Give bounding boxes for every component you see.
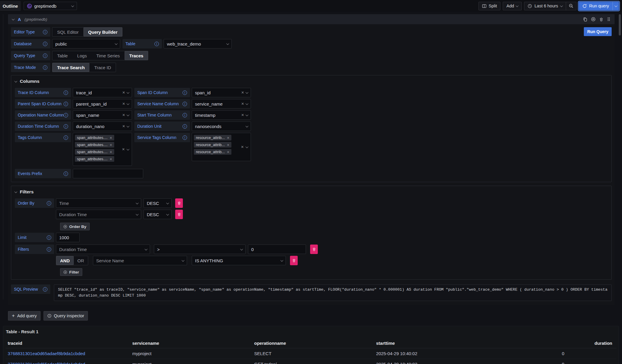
- col-header-starttime[interactable]: starttime: [374, 341, 496, 346]
- filters-section-header[interactable]: Filters: [15, 189, 608, 195]
- columns-section-header[interactable]: Columns: [15, 78, 608, 84]
- info-icon[interactable]: [43, 54, 47, 58]
- remove-filter-button[interactable]: [290, 256, 298, 265]
- remove-chip-icon[interactable]: [227, 150, 230, 154]
- order-by-direction-select[interactable]: DESC: [144, 210, 172, 219]
- trace-id-link[interactable]: 3768831301ea0d65adaef8b9da1cbded: [6, 351, 130, 356]
- limit-input[interactable]: [56, 233, 80, 242]
- info-icon[interactable]: [183, 135, 187, 140]
- add-order-by-button[interactable]: Order By: [60, 223, 90, 230]
- info-icon[interactable]: [64, 135, 68, 140]
- drag-handle-grip-icon[interactable]: [607, 17, 610, 22]
- datasource-picker[interactable]: greptimedb: [24, 2, 77, 10]
- collapse-chevron-icon[interactable]: [12, 17, 15, 20]
- option-trace-id[interactable]: Trace ID: [89, 63, 116, 72]
- remove-chip-icon[interactable]: [227, 143, 230, 147]
- filter-operator-select[interactable]: IS ANYTHING: [192, 256, 286, 265]
- option-time-series[interactable]: Time Series: [91, 51, 124, 60]
- tags-column-multiselect[interactable]: span_attributes.... span_attributes.... …: [73, 133, 132, 166]
- option-query-builder[interactable]: Query Builder: [83, 27, 122, 36]
- info-icon[interactable]: [183, 102, 187, 106]
- clear-icon[interactable]: [241, 102, 244, 106]
- info-icon[interactable]: [64, 172, 68, 176]
- operation-name-column-select[interactable]: span_name: [73, 110, 132, 120]
- info-icon[interactable]: [154, 42, 159, 46]
- info-icon[interactable]: [47, 235, 51, 240]
- run-query-button[interactable]: Run query: [579, 2, 613, 10]
- add-filter-button[interactable]: Filter: [60, 268, 82, 276]
- info-icon[interactable]: [43, 65, 47, 70]
- start-time-column-select[interactable]: timestamp: [192, 110, 251, 120]
- remove-chip-icon[interactable]: [109, 143, 112, 147]
- order-by-field-select[interactable]: Time: [56, 198, 141, 208]
- filter-field-select[interactable]: Service Name: [93, 256, 187, 265]
- split-button[interactable]: Split: [478, 2, 500, 10]
- add-query-button[interactable]: Add query: [8, 311, 41, 321]
- scrollbar-thumb[interactable]: [619, 14, 621, 35]
- info-icon[interactable]: [64, 102, 68, 106]
- query-row-header[interactable]: A (greptimedb): [8, 14, 615, 24]
- order-by-direction-select[interactable]: DESC: [144, 198, 172, 208]
- service-tags-column-multiselect[interactable]: resource_attrib... resource_attrib... re…: [192, 133, 251, 161]
- clear-icon[interactable]: [122, 124, 125, 128]
- option-logs[interactable]: Logs: [72, 51, 92, 60]
- order-by-field-select[interactable]: Duration Time: [56, 210, 141, 219]
- duration-unit-select[interactable]: nanoseconds: [192, 122, 251, 131]
- run-query-inline-button[interactable]: Run Query: [584, 27, 612, 36]
- info-icon[interactable]: [47, 247, 51, 252]
- remove-chip-icon[interactable]: [109, 157, 112, 161]
- duplicate-query-icon[interactable]: [583, 17, 587, 22]
- info-icon[interactable]: [43, 30, 47, 34]
- clear-icon[interactable]: [241, 113, 244, 117]
- database-select[interactable]: public: [52, 39, 120, 48]
- duration-time-column-select[interactable]: duration_nano: [73, 122, 132, 131]
- trace-id-column-select[interactable]: trace_id: [73, 88, 132, 97]
- info-icon[interactable]: [43, 287, 47, 292]
- option-table[interactable]: Table: [52, 51, 72, 60]
- clear-icon[interactable]: [122, 113, 125, 117]
- option-or[interactable]: OR: [74, 256, 88, 265]
- info-icon[interactable]: [183, 90, 187, 95]
- query-inspector-button[interactable]: Query inspector: [43, 311, 88, 321]
- remove-chip-icon[interactable]: [109, 150, 112, 154]
- parent-span-id-column-select[interactable]: parent_span_id: [73, 99, 132, 109]
- clear-all-icon[interactable]: [241, 145, 244, 149]
- info-icon[interactable]: [64, 113, 68, 117]
- remove-chip-icon[interactable]: [227, 136, 230, 140]
- info-icon[interactable]: [64, 90, 68, 95]
- option-and[interactable]: AND: [56, 256, 74, 265]
- filter-operator-select[interactable]: >: [154, 245, 246, 254]
- clear-icon[interactable]: [122, 102, 125, 106]
- info-icon[interactable]: [64, 124, 68, 129]
- zoom-out-time-button[interactable]: [566, 2, 576, 10]
- option-trace-search[interactable]: Trace Search: [52, 63, 89, 72]
- remove-order-by-button[interactable]: [175, 210, 183, 219]
- filter-value-input[interactable]: [248, 245, 306, 254]
- trace-id-link[interactable]: 3768831301ea0d65adaef8b9da1cbded: [6, 362, 130, 364]
- disable-query-eye-icon[interactable]: [591, 17, 596, 22]
- info-icon[interactable]: [43, 42, 47, 46]
- outline-toggle[interactable]: Outline: [0, 1, 21, 11]
- clear-icon[interactable]: [122, 90, 125, 95]
- info-icon[interactable]: [47, 201, 51, 206]
- col-header-operationname[interactable]: operationname: [252, 341, 374, 346]
- remove-order-by-button[interactable]: [175, 198, 183, 208]
- clear-icon[interactable]: [241, 90, 244, 95]
- info-icon[interactable]: [183, 124, 187, 129]
- service-name-column-select[interactable]: service_name: [192, 99, 251, 109]
- option-sql-editor[interactable]: SQL Editor: [52, 27, 83, 36]
- remove-chip-icon[interactable]: [109, 136, 112, 140]
- remove-query-trash-icon[interactable]: [599, 17, 603, 22]
- info-icon[interactable]: [183, 113, 187, 117]
- table-select[interactable]: web_trace_demo: [164, 39, 232, 48]
- col-header-traceid[interactable]: traceid: [6, 341, 130, 346]
- events-prefix-input[interactable]: [73, 169, 143, 178]
- span-id-column-select[interactable]: span_id: [192, 88, 251, 97]
- option-traces[interactable]: Traces: [125, 51, 148, 60]
- time-range-picker[interactable]: Last 6 hours: [524, 2, 566, 10]
- col-header-duration[interactable]: duration: [496, 341, 616, 346]
- add-button[interactable]: Add: [503, 2, 522, 10]
- remove-filter-button[interactable]: [310, 245, 318, 254]
- run-query-dropdown-caret[interactable]: [613, 2, 619, 10]
- col-header-servicename[interactable]: servicename: [130, 341, 252, 346]
